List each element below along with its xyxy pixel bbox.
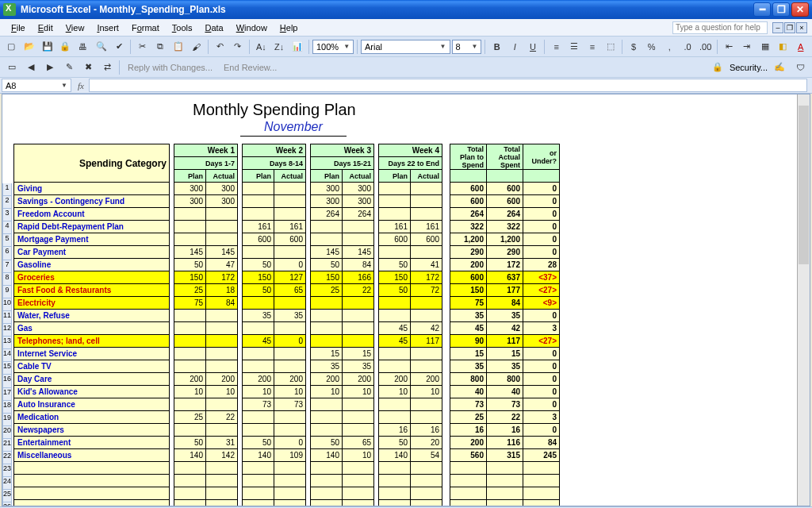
- plan-cell[interactable]: [311, 297, 343, 310]
- plan-cell[interactable]: [174, 475, 206, 487]
- table-row[interactable]: Gas454245423: [14, 322, 560, 335]
- actual-cell[interactable]: [274, 297, 306, 310]
- total-cell[interactable]: <9>: [523, 297, 560, 310]
- plan-cell[interactable]: 600: [379, 233, 411, 246]
- category-cell[interactable]: Car Payment: [14, 246, 170, 259]
- table-row[interactable]: Electricity75847584<9>: [14, 297, 560, 310]
- table-row[interactable]: Kid's Allowance101010101010101040400: [14, 386, 560, 398]
- total-cell[interactable]: 600: [487, 195, 523, 208]
- row-header[interactable]: 6: [2, 247, 12, 260]
- plan-cell[interactable]: 145: [311, 246, 343, 259]
- plan-cell[interactable]: [311, 424, 343, 437]
- format-painter-icon[interactable]: 🖌: [188, 38, 205, 56]
- table-row[interactable]: Day Care2002002002002002002002008008000: [14, 373, 560, 386]
- category-cell[interactable]: Freedom Account: [14, 208, 170, 221]
- plan-cell[interactable]: 140: [379, 449, 411, 462]
- actual-cell[interactable]: 172: [206, 271, 238, 284]
- total-cell[interactable]: 42: [487, 322, 523, 335]
- protect-icon[interactable]: 🛡: [791, 59, 809, 76]
- table-row[interactable]: Groceries150172150127150166150172600637<…: [14, 271, 560, 284]
- plan-cell[interactable]: [174, 322, 206, 335]
- actual-cell[interactable]: 161: [274, 221, 306, 233]
- plan-cell[interactable]: [311, 310, 343, 322]
- row-header[interactable]: 2: [2, 196, 12, 209]
- table-row[interactable]: Fast Food & Restaurants25185065252250721…: [14, 284, 560, 297]
- actual-cell[interactable]: [343, 500, 374, 507]
- plan-cell[interactable]: 45: [379, 322, 411, 335]
- borders-icon[interactable]: ▦: [756, 38, 773, 56]
- actual-cell[interactable]: 18: [206, 284, 238, 297]
- plan-cell[interactable]: [243, 500, 274, 507]
- total-cell[interactable]: 264: [487, 208, 523, 221]
- percent-icon[interactable]: %: [643, 38, 660, 56]
- plan-cell[interactable]: [379, 475, 411, 487]
- actual-cell[interactable]: [343, 487, 374, 500]
- actual-cell[interactable]: [343, 297, 374, 310]
- total-cell[interactable]: 0: [523, 373, 560, 386]
- actual-cell[interactable]: [411, 398, 442, 411]
- plan-cell[interactable]: [379, 246, 411, 259]
- plan-cell[interactable]: [243, 322, 274, 335]
- reply-changes-button[interactable]: Reply with Changes...: [123, 63, 217, 72]
- actual-cell[interactable]: [206, 462, 238, 475]
- category-cell[interactable]: Cable TV: [14, 360, 170, 373]
- actual-cell[interactable]: 109: [274, 449, 306, 462]
- actual-cell[interactable]: [411, 462, 442, 475]
- actual-cell[interactable]: [411, 297, 442, 310]
- plan-cell[interactable]: 300: [174, 183, 206, 195]
- actual-cell[interactable]: 35: [274, 310, 306, 322]
- plan-cell[interactable]: [243, 462, 274, 475]
- actual-cell[interactable]: [274, 322, 306, 335]
- total-cell[interactable]: 0: [523, 233, 560, 246]
- category-cell[interactable]: Day Care: [14, 373, 170, 386]
- row-header[interactable]: 9: [2, 286, 12, 298]
- total-cell[interactable]: 177: [487, 284, 523, 297]
- total-cell[interactable]: 0: [523, 424, 560, 437]
- plan-cell[interactable]: 10: [379, 386, 411, 398]
- plan-cell[interactable]: [174, 360, 206, 373]
- plan-cell[interactable]: [243, 411, 274, 424]
- actual-cell[interactable]: [411, 487, 442, 500]
- total-cell[interactable]: [450, 462, 487, 475]
- total-cell[interactable]: 35: [487, 310, 523, 322]
- plan-cell[interactable]: 200: [243, 373, 274, 386]
- plan-cell[interactable]: [379, 500, 411, 507]
- maximize-button[interactable]: ❐: [772, 2, 790, 17]
- cut-icon[interactable]: ✂: [134, 38, 151, 56]
- actual-cell[interactable]: [206, 500, 238, 507]
- total-cell[interactable]: 200: [450, 437, 487, 449]
- category-cell[interactable]: [14, 500, 170, 507]
- undo-icon[interactable]: ↶: [212, 38, 228, 56]
- plan-cell[interactable]: [174, 310, 206, 322]
- row-header[interactable]: 24: [2, 477, 12, 490]
- total-cell[interactable]: 172: [487, 259, 523, 271]
- actual-cell[interactable]: 172: [411, 271, 442, 284]
- table-row[interactable]: Giving3003003003006006000: [14, 183, 560, 195]
- table-row[interactable]: Entertainment50315005065502020011684: [14, 437, 560, 449]
- row-header[interactable]: 23: [2, 464, 12, 477]
- actual-cell[interactable]: 161: [411, 221, 442, 233]
- total-cell[interactable]: 0: [523, 310, 560, 322]
- plan-cell[interactable]: [243, 360, 274, 373]
- plan-cell[interactable]: [311, 233, 343, 246]
- row-header[interactable]: 26: [2, 502, 12, 506]
- show-icon[interactable]: ▭: [3, 59, 21, 76]
- actual-cell[interactable]: [206, 424, 238, 437]
- total-cell[interactable]: 90: [450, 335, 487, 348]
- track-icon[interactable]: ⇄: [98, 59, 116, 76]
- total-cell[interactable]: [487, 462, 523, 475]
- total-cell[interactable]: 0: [523, 195, 560, 208]
- delete-comment-icon[interactable]: ✖: [79, 59, 97, 76]
- plan-cell[interactable]: [243, 297, 274, 310]
- plan-cell[interactable]: 264: [311, 208, 343, 221]
- end-review-button[interactable]: End Review...: [219, 63, 282, 72]
- total-cell[interactable]: 40: [487, 386, 523, 398]
- save-icon[interactable]: 💾: [39, 38, 56, 56]
- font-color-icon[interactable]: A: [792, 38, 809, 56]
- increase-decimal-icon[interactable]: .0: [680, 38, 696, 56]
- category-cell[interactable]: Gas: [14, 322, 170, 335]
- row-header[interactable]: 22: [2, 452, 12, 464]
- plan-cell[interactable]: 600: [243, 233, 274, 246]
- plan-cell[interactable]: [379, 360, 411, 373]
- actual-cell[interactable]: [206, 221, 238, 233]
